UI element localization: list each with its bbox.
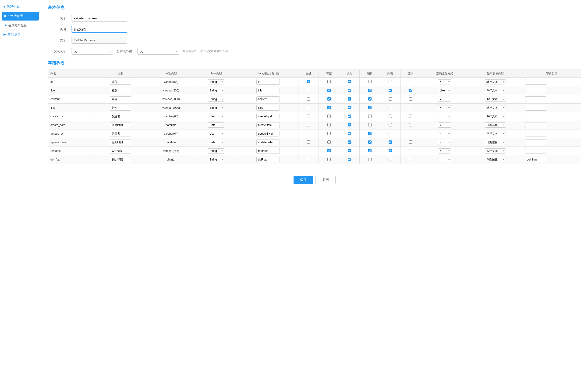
nullable-checkbox[interactable]: [327, 149, 331, 152]
dict-type-input[interactable]: [525, 79, 546, 85]
display-type-select[interactable]: 单行文本多行文本下拉选择单选按钮复选框日期选择: [485, 114, 506, 119]
desc-input[interactable]: [110, 157, 131, 162]
sidebar-item-business-table[interactable]: 业务表配置: [2, 12, 39, 20]
list-checkbox[interactable]: [389, 97, 392, 100]
list-checkbox[interactable]: [389, 123, 392, 126]
query-match-select[interactable]: =Like>=<=!=: [438, 105, 451, 110]
list-checkbox[interactable]: [389, 132, 392, 135]
isPK-checkbox[interactable]: [307, 106, 310, 109]
dict-type-input[interactable]: [525, 139, 546, 145]
dict-type-input[interactable]: [525, 122, 546, 128]
java-attr-input[interactable]: [256, 79, 280, 85]
nullable-checkbox[interactable]: [327, 115, 331, 118]
nullable-checkbox[interactable]: [327, 158, 331, 161]
desc-input[interactable]: [110, 139, 131, 145]
list-checkbox[interactable]: [389, 149, 392, 152]
isPK-checkbox[interactable]: [307, 149, 310, 152]
query-checkbox[interactable]: [409, 97, 412, 100]
display-type-select[interactable]: 单行文本多行文本下拉选择单选按钮复选框日期选择: [485, 96, 506, 102]
query-checkbox[interactable]: [409, 89, 412, 92]
parent-table-select[interactable]: 无: [71, 48, 113, 55]
isPK-checkbox[interactable]: [307, 123, 310, 126]
dict-type-input[interactable]: [525, 88, 546, 93]
insert-checkbox[interactable]: [348, 80, 351, 83]
insert-checkbox[interactable]: [348, 115, 351, 118]
edit-checkbox[interactable]: [368, 149, 372, 152]
desc-input[interactable]: [110, 122, 131, 128]
edit-checkbox[interactable]: [368, 140, 372, 144]
display-type-select[interactable]: 单行文本多行文本下拉选择单选按钮复选框日期选择: [485, 157, 506, 162]
isPK-checkbox[interactable]: [307, 89, 310, 92]
isPK-checkbox[interactable]: [307, 158, 310, 161]
query-match-select[interactable]: =Like>=<=!=: [438, 131, 451, 136]
query-checkbox[interactable]: [409, 132, 412, 135]
insert-checkbox[interactable]: [348, 106, 351, 109]
desc-input[interactable]: [110, 114, 131, 119]
sidebar-group-gen-example[interactable]: ▶ 生成示例: [0, 30, 41, 39]
sidebar-group-code-gen[interactable]: ▾ 代码生成: [0, 2, 41, 11]
java-attr-input[interactable]: [256, 131, 280, 136]
dict-type-input[interactable]: [525, 157, 546, 162]
insert-checkbox[interactable]: [348, 89, 351, 92]
isPK-checkbox[interactable]: [307, 80, 310, 83]
edit-checkbox[interactable]: [368, 132, 372, 135]
query-checkbox[interactable]: [409, 80, 412, 83]
query-checkbox[interactable]: [409, 115, 412, 118]
java-type-select[interactable]: StringIntegerLongDoubleDateUser: [208, 114, 224, 119]
edit-checkbox[interactable]: [368, 89, 372, 92]
nullable-checkbox[interactable]: [327, 97, 331, 100]
edit-checkbox[interactable]: [368, 115, 372, 118]
java-attr-input[interactable]: [256, 105, 280, 111]
nullable-checkbox[interactable]: [327, 132, 331, 135]
edit-checkbox[interactable]: [368, 80, 372, 83]
desc-input[interactable]: [110, 148, 131, 154]
dict-type-input[interactable]: [525, 96, 546, 102]
list-checkbox[interactable]: [389, 89, 392, 92]
display-type-select[interactable]: 单行文本多行文本下拉选择单选按钮复选框日期选择: [485, 148, 506, 154]
edit-checkbox[interactable]: [368, 158, 372, 161]
java-attr-input[interactable]: [256, 96, 280, 102]
isPK-checkbox[interactable]: [307, 140, 310, 144]
class-name-input[interactable]: [71, 37, 127, 44]
sidebar-item-gen-plan[interactable]: 生成方案配置: [0, 21, 41, 30]
nullable-checkbox[interactable]: [327, 89, 331, 92]
dict-type-input[interactable]: [525, 148, 546, 154]
java-type-select[interactable]: StringIntegerLongDoubleDateUser: [208, 96, 224, 102]
save-button[interactable]: 保存: [294, 176, 313, 184]
nullable-checkbox[interactable]: [327, 123, 331, 126]
display-type-select[interactable]: 单行文本多行文本下拉选择单选按钮复选框日期选择: [485, 88, 506, 93]
desc-input[interactable]: [110, 88, 131, 93]
back-button[interactable]: 返回: [315, 176, 336, 184]
list-checkbox[interactable]: [389, 158, 392, 161]
dict-type-input[interactable]: [525, 105, 546, 111]
isPK-checkbox[interactable]: [307, 115, 310, 118]
query-match-select[interactable]: =Like>=<=!=: [438, 157, 451, 162]
java-type-select[interactable]: StringIntegerLongDoubleDateUser: [208, 140, 224, 145]
query-match-select[interactable]: =Like>=<=!=: [438, 96, 451, 102]
list-checkbox[interactable]: [389, 115, 392, 118]
isPK-checkbox[interactable]: [307, 132, 310, 135]
desc-input[interactable]: [110, 105, 131, 111]
query-match-select[interactable]: =Like>=<=!=: [438, 114, 451, 119]
edit-checkbox[interactable]: [368, 106, 372, 109]
desc-input[interactable]: [110, 79, 131, 85]
table-name-input[interactable]: [71, 15, 127, 22]
java-type-select[interactable]: StringIntegerLongDoubleDateUser: [208, 122, 224, 128]
nullable-checkbox[interactable]: [327, 80, 331, 83]
display-type-select[interactable]: 单行文本多行文本下拉选择单选按钮复选框日期选择: [485, 131, 506, 136]
query-checkbox[interactable]: [409, 123, 412, 126]
insert-checkbox[interactable]: [348, 158, 351, 161]
java-attr-input[interactable]: [256, 139, 280, 145]
desc-input[interactable]: [110, 131, 131, 136]
edit-checkbox[interactable]: [368, 123, 372, 126]
insert-checkbox[interactable]: [348, 123, 351, 126]
query-checkbox[interactable]: [409, 140, 412, 144]
java-type-select[interactable]: StringIntegerLongDoubleDateUser: [208, 79, 224, 84]
list-checkbox[interactable]: [389, 106, 392, 109]
dict-type-input[interactable]: [525, 131, 546, 136]
insert-checkbox[interactable]: [348, 140, 351, 144]
dict-type-input[interactable]: [525, 114, 546, 119]
java-attr-input[interactable]: [256, 114, 280, 119]
nullable-checkbox[interactable]: [327, 106, 331, 109]
insert-checkbox[interactable]: [348, 97, 351, 100]
